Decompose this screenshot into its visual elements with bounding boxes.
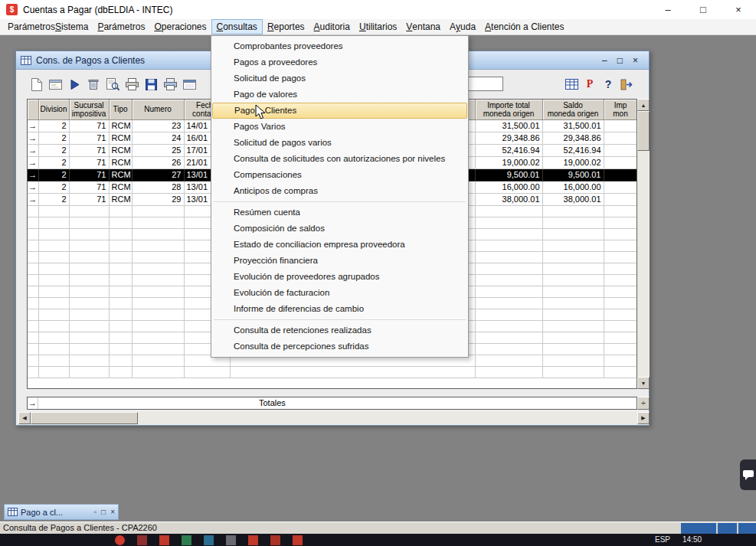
open-form-icon[interactable] (46, 75, 64, 93)
menu-item-consulta-de-solicitudes-con-autorizaciones[interactable]: Consulta de solicitudes con autorizacion… (212, 151, 467, 167)
statusbar-block (718, 523, 737, 535)
totals-percent-icon[interactable]: P (581, 75, 599, 93)
chat-bubble-button[interactable] (740, 459, 756, 490)
menubar-item-operaciones[interactable]: Operaciones (149, 19, 211, 34)
minimized-restore-button[interactable]: ▫ (94, 508, 97, 516)
menu-item-pagos-a-proveedores[interactable]: Pagos a proveedores (212, 54, 467, 70)
taskbar-app-icon-6[interactable] (226, 535, 236, 545)
column-header-tipo[interactable]: Tipo (109, 100, 132, 119)
preview-icon[interactable] (103, 75, 122, 93)
help-icon[interactable]: ? (599, 75, 617, 93)
save-icon[interactable] (142, 75, 160, 93)
column-header-division[interactable]: Division (38, 100, 69, 119)
hscroll-thumb[interactable] (31, 412, 138, 424)
menu-item-estado-de-conciliacion-empresa-proveedora[interactable]: Estado de conciliacion empresa proveedor… (212, 237, 467, 253)
child-maximize-button[interactable]: □ (617, 55, 623, 66)
scroll-down-icon[interactable]: ▼ (637, 377, 650, 389)
column-header-importe-total[interactable]: Importe totalmoneda origen (475, 100, 542, 119)
grid-cell-numero: 26 (132, 156, 184, 168)
taskbar-app-icon-9[interactable] (293, 535, 303, 545)
maximize-button[interactable]: □ (686, 0, 721, 19)
grid-cell-tipo: RCM (109, 144, 132, 156)
menu-item-compensaciones[interactable]: Compensaciones (212, 167, 467, 183)
menu-item-pago-a-clientes[interactable]: Pago a Clientes (212, 103, 467, 119)
grid-cell-importe-mon (604, 119, 637, 132)
grid-cell-division: 2 (38, 119, 69, 132)
menu-item-comprobantes-proveedores[interactable]: Comprobantes proveedores (212, 38, 467, 54)
column-header-saldo[interactable]: Saldomoneda origen (542, 100, 604, 119)
exit-icon[interactable] (617, 75, 636, 93)
grid-cell-saldo: 16,000.00 (542, 181, 604, 193)
window-form-icon[interactable] (180, 75, 198, 93)
menubar-item-utilitarios[interactable]: Utilitarios (355, 19, 401, 34)
menu-item-proyecci-n-financiera[interactable]: Proyección financiera (212, 253, 467, 269)
menubar: Parámetros SistemaParámetrosOperacionesC… (0, 19, 756, 35)
menubar-item-ventana[interactable]: Ventana (401, 19, 445, 34)
execute-icon[interactable] (65, 75, 83, 93)
print-setup-icon[interactable] (161, 75, 179, 93)
minimize-button[interactable]: – (650, 0, 686, 19)
grid-cell-importe-mon (604, 132, 637, 144)
grid-cell-division: 2 (38, 168, 69, 181)
row-marker-icon: → (28, 156, 38, 168)
minimized-window[interactable]: Pago a cl... ▫□× (4, 504, 119, 520)
menubar-item-atenci-n-a-clientes[interactable]: Atención a Clientes (480, 19, 568, 34)
scroll-left-icon[interactable]: ◀ (18, 412, 31, 424)
print-icon[interactable] (123, 75, 141, 93)
menubar-item-par-metros[interactable]: Parámetros (93, 19, 149, 34)
menu-item-pagos-varios[interactable]: Pagos Varios (212, 119, 467, 135)
menu-item-consulta-de-percepciones-sufridas[interactable]: Consulta de percepciones sufridas (212, 338, 467, 355)
menu-item-composici-n-de-saldos[interactable]: Composición de saldos (212, 221, 467, 237)
menu-item-solicitud-de-pagos-varios[interactable]: Solicitud de pagos varios (212, 135, 467, 151)
menu-item-evoluci-n-de-proveedores-agrupados[interactable]: Evolución de proveedores agrupados (212, 269, 467, 285)
grid-cell-importe-total: 31,500.01 (475, 119, 542, 132)
minimized-close-button[interactable]: × (110, 508, 115, 516)
delete-icon[interactable] (84, 75, 103, 93)
child-close-button[interactable]: × (633, 55, 638, 66)
taskbar-app-icon-8[interactable] (270, 535, 280, 545)
menubar-item-par-metros-sistema[interactable]: Parámetros Sistema (3, 19, 93, 34)
taskbar-clock[interactable]: 14:50 (682, 535, 702, 544)
grid-cell-division: 2 (38, 181, 69, 193)
menu-item-pago-de-valores[interactable]: Pago de valores (212, 87, 467, 103)
status-text: Consulta de Pagos a Clientes - CPA2260 (0, 523, 157, 532)
menubar-item-consultas[interactable]: Consultas (211, 19, 263, 34)
child-minimize-button[interactable]: – (602, 55, 607, 66)
totals-spin-control[interactable]: ÷ (637, 397, 650, 410)
grid-cell-saldo: 31,500.01 (542, 119, 604, 132)
menu-item-informe-de-diferencias-de-cambio[interactable]: Informe de diferencias de cambio (212, 301, 467, 317)
scroll-right-icon[interactable]: ▶ (637, 412, 650, 424)
menu-item-evoluci-n-de-facturacion[interactable]: Evolución de facturacion (212, 285, 467, 301)
grid-cell-sucursal-impositiva: 71 (69, 181, 109, 193)
vscroll-thumb[interactable] (637, 111, 650, 151)
menu-item-anticipos-de-compras[interactable]: Anticipos de compras (212, 183, 467, 199)
taskbar-app-icon-2[interactable] (137, 535, 147, 545)
new-document-icon[interactable] (27, 75, 45, 93)
menu-item-res-men-cuenta[interactable]: Resúmen cuenta (212, 204, 467, 221)
minimized-window-title: Pago a cl... (21, 508, 63, 517)
grid-cell-tipo: RCM (109, 193, 132, 205)
menu-item-consulta-de-retenciones-realizadas[interactable]: Consulta de retenciones realizadas (212, 322, 467, 338)
grid-cell-division: 2 (38, 193, 69, 205)
table-view-icon[interactable] (562, 75, 581, 93)
column-header-importe-mon[interactable]: Impmon (604, 100, 637, 119)
taskbar-language[interactable]: ESP (655, 535, 670, 544)
grid-cell-tipo: RCM (109, 168, 132, 181)
menubar-item-reportes[interactable]: Reportes (263, 19, 309, 34)
horizontal-scrollbar[interactable]: ◀ ▶ (18, 412, 650, 424)
menubar-item-auditoria[interactable]: Auditoria (309, 19, 355, 34)
taskbar-app-icon-5[interactable] (204, 535, 214, 545)
taskbar-app-icon-4[interactable] (182, 535, 191, 545)
scroll-up-icon[interactable]: ▲ (637, 99, 650, 111)
minimized-maximize-button[interactable]: □ (101, 508, 106, 516)
vertical-scrollbar[interactable]: ▲ ▼ (637, 99, 650, 389)
taskbar-app-icon-1[interactable] (115, 535, 125, 545)
column-header-numero[interactable]: Numero (132, 100, 184, 119)
close-button[interactable]: × (721, 0, 756, 19)
column-header-sucursal-impositiva[interactable]: Sucursalimpositiva (69, 100, 109, 119)
taskbar-app-icon-3[interactable] (159, 535, 169, 545)
row-marker-icon: → (28, 119, 38, 132)
menu-item-solicitud-de-pagos[interactable]: Solicitud de pagos (212, 70, 467, 87)
taskbar-app-icon-7[interactable] (248, 535, 258, 545)
menubar-item-ayuda[interactable]: Ayuda (445, 19, 480, 34)
